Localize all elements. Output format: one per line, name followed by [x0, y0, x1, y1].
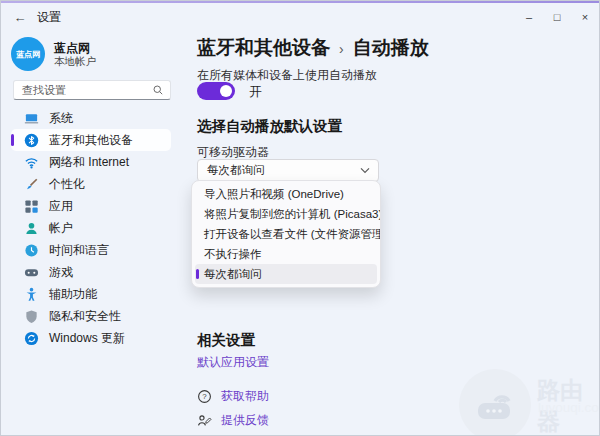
avatar: 蓝点网	[11, 37, 45, 71]
defaults-section-title: 选择自动播放默认设置	[197, 117, 342, 136]
window-controls: – □ ×	[515, 3, 599, 31]
sidebar-item-label: 帐户	[49, 220, 73, 237]
sidebar-item-label: Windows 更新	[49, 330, 125, 347]
svg-text:?: ?	[202, 392, 207, 401]
minimize-button[interactable]: –	[515, 3, 543, 31]
breadcrumb: 蓝牙和其他设备 › 自动播放	[197, 35, 429, 61]
sidebar-item-bluetooth-devices[interactable]: 蓝牙和其他设备	[11, 129, 171, 151]
router-icon	[473, 387, 517, 423]
user-account[interactable]: 蓝点网 蓝点网 本地帐户	[11, 37, 96, 71]
sidebar-item-label: 时间和语言	[49, 242, 109, 259]
router-logo-circle	[459, 369, 531, 436]
option-open-device-explorer[interactable]: 打开设备以查看文件 (文件资源管理器)	[192, 224, 380, 244]
sidebar-item-label: 系统	[49, 110, 73, 127]
close-button[interactable]: ×	[571, 3, 599, 31]
toggle-knob	[220, 85, 232, 97]
chevron-down-icon	[360, 167, 370, 174]
breadcrumb-parent[interactable]: 蓝牙和其他设备	[197, 35, 330, 61]
gaming-icon	[24, 265, 39, 280]
search-placeholder: 查找设置	[14, 83, 152, 98]
network-icon	[24, 155, 39, 170]
user-info: 蓝点网 本地帐户	[54, 41, 96, 68]
page-title: 自动播放	[353, 35, 429, 61]
back-button[interactable]: ←	[7, 6, 33, 28]
related-settings-title: 相关设置	[197, 331, 255, 350]
sidebar-item-label: 游戏	[49, 264, 73, 281]
autoplay-toggle[interactable]	[197, 82, 235, 100]
accounts-icon	[24, 221, 39, 236]
avatar-text: 蓝点网	[16, 49, 40, 60]
sidebar-item-label: 个性化	[49, 176, 85, 193]
system-icon	[24, 111, 39, 126]
get-help-link[interactable]: ? 获取帮助	[197, 388, 269, 405]
option-import-photos-onedrive[interactable]: 导入照片和视频 (OneDrive)	[192, 184, 380, 204]
autoplay-options-dropdown: 导入照片和视频 (OneDrive) 将照片复制到您的计算机 (Picasa3)…	[191, 180, 381, 288]
window-title: 设置	[37, 9, 61, 26]
watermark-name: 路由器	[537, 375, 599, 436]
windows-update-icon	[24, 331, 39, 346]
sidebar-item-personalization[interactable]: 个性化	[11, 173, 171, 195]
sidebar-item-privacy-security[interactable]: 隐私和安全性	[11, 305, 171, 327]
sidebar-item-accounts[interactable]: 帐户	[11, 217, 171, 239]
watermark-domain: luyouqi.com	[538, 400, 600, 415]
bluetooth-icon	[24, 133, 39, 148]
sidebar-item-label: 辅助功能	[49, 286, 97, 303]
sidebar: 蓝点网 蓝点网 本地帐户 查找设置 系统	[1, 31, 189, 435]
removable-drive-select[interactable]: 每次都询问	[197, 159, 379, 182]
sidebar-item-apps[interactable]: 应用	[11, 195, 171, 217]
sidebar-item-network[interactable]: 网络和 Internet	[11, 151, 171, 173]
maximize-button[interactable]: □	[543, 3, 571, 31]
option-label: 每次都询问	[204, 268, 262, 280]
privacy-icon	[24, 309, 39, 324]
sidebar-item-label: 网络和 Internet	[49, 154, 129, 171]
time-language-icon	[24, 243, 39, 258]
get-help-label: 获取帮助	[221, 388, 269, 405]
personalization-icon	[24, 177, 39, 192]
toggle-state-label: 开	[249, 84, 262, 101]
apps-icon	[24, 199, 39, 214]
back-arrow-icon: ←	[14, 10, 27, 25]
titlebar: ← 设置 – □ ×	[1, 3, 599, 31]
minimize-icon: –	[526, 11, 532, 23]
sidebar-item-label: 隐私和安全性	[49, 308, 121, 325]
give-feedback-label: 提供反馈	[221, 412, 269, 429]
feedback-icon	[197, 413, 212, 428]
accessibility-icon	[24, 287, 39, 302]
sidebar-item-system[interactable]: 系统	[11, 107, 171, 129]
sidebar-item-gaming[interactable]: 游戏	[11, 261, 171, 283]
sidebar-item-label: 蓝牙和其他设备	[49, 132, 133, 149]
sidebar-nav: 系统 蓝牙和其他设备 网络和 Internet 个性化	[11, 107, 171, 349]
watermark: 路由器 luyouqi.com	[459, 369, 599, 435]
option-copy-photos-picasa[interactable]: 将照片复制到您的计算机 (Picasa3)	[192, 204, 380, 224]
maximize-icon: □	[554, 11, 561, 23]
user-account-type: 本地帐户	[54, 55, 96, 68]
sidebar-item-time-language[interactable]: 时间和语言	[11, 239, 171, 261]
select-value: 每次都询问	[198, 163, 360, 178]
sidebar-item-accessibility[interactable]: 辅助功能	[11, 283, 171, 305]
user-name: 蓝点网	[54, 41, 96, 55]
default-apps-link[interactable]: 默认应用设置	[197, 354, 269, 371]
option-ask-every-time[interactable]: 每次都询问	[195, 264, 377, 284]
search-input[interactable]: 查找设置	[13, 80, 171, 100]
selected-option-accent-bar	[196, 269, 199, 279]
help-icon: ?	[197, 389, 212, 404]
option-take-no-action[interactable]: 不执行操作	[192, 244, 380, 264]
give-feedback-link[interactable]: 提供反馈	[197, 412, 269, 429]
close-icon: ×	[582, 11, 588, 23]
settings-window: ← 设置 – □ × 蓝点网 蓝点网 本地帐户 查找设置	[0, 0, 600, 436]
sidebar-item-windows-update[interactable]: Windows 更新	[11, 327, 171, 349]
breadcrumb-separator-icon: ›	[339, 40, 344, 57]
sidebar-item-label: 应用	[49, 198, 73, 215]
search-icon	[152, 84, 164, 96]
